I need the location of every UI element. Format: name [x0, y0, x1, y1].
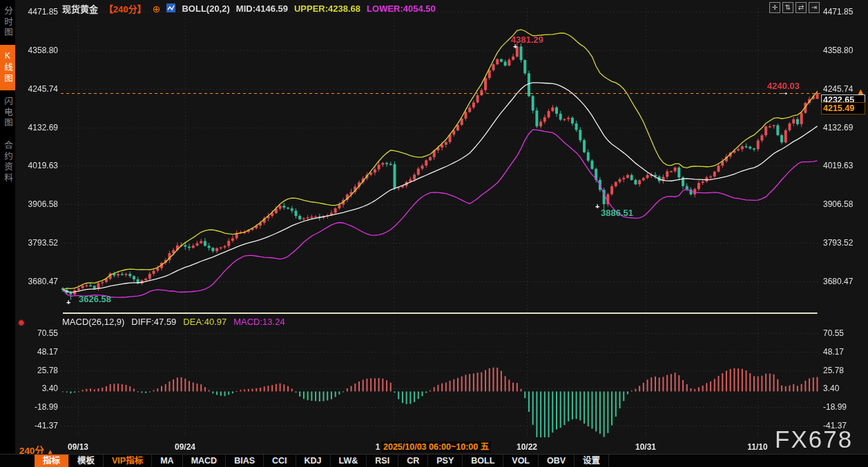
price-tick-label: 3680.47	[823, 277, 865, 286]
chart-legend: 现货黄金 【240分】 ⊕ BOLL(20,2) MID:4146.59 UPP…	[62, 2, 436, 15]
chart-tools: ✛⇅⇄⇥	[769, 2, 820, 13]
price-up-triangle-icon: ▲	[856, 86, 865, 97]
price-tick-label: 4471.85	[823, 7, 865, 17]
high-marker-icon: +	[513, 42, 517, 50]
price-tick-label: 3793.52	[823, 238, 865, 248]
toolbar-item-指标[interactable]: 指标	[35, 455, 69, 467]
macd-title: MACD(26,12,9)	[62, 317, 124, 327]
visible-low-label: 3626.58	[79, 294, 111, 304]
price-tick-label: 4358.80	[17, 46, 58, 55]
sidebar-item-2[interactable]: K线图	[0, 45, 15, 90]
sidebar-item-1[interactable]: 分时图	[0, 0, 15, 45]
price-tick-label: 4132.69	[17, 123, 58, 132]
price-tick-label: 3680.47	[17, 277, 58, 286]
toolbar-item-PSY[interactable]: PSY	[428, 455, 463, 467]
macd-tick-label: 3.40	[17, 384, 58, 393]
macd-tick-label: 48.17	[17, 347, 58, 357]
toolbar-item-KDJ[interactable]: KDJ	[296, 455, 331, 467]
scale-x-icon[interactable]: ⇄	[795, 2, 807, 13]
current-candle-arrow-icon: →	[779, 86, 789, 97]
toolbar-item-MA[interactable]: MA	[152, 455, 182, 467]
low-left-marker-icon: +	[66, 298, 70, 306]
macd-tick-label: 48.17	[823, 347, 865, 357]
macd-tick-label: 25.78	[17, 366, 58, 375]
toolbar-item-MACD[interactable]: MACD	[183, 455, 226, 467]
price-tick-label: 4358.80	[823, 46, 865, 55]
macd-tick-label: 3.40	[823, 384, 865, 393]
macd-tick-label: -18.99	[17, 402, 58, 412]
toolbar-item-RSI[interactable]: RSI	[367, 455, 398, 467]
price-tick-label: 3793.52	[17, 238, 58, 248]
collapse-right-icon[interactable]: ⇥	[809, 2, 820, 13]
macd-tick-label: -18.99	[823, 402, 865, 412]
last-price-tag: 4215.49	[821, 102, 865, 115]
toolbar-item-BOLL[interactable]: BOLL	[463, 455, 503, 467]
period-label: 【240分】	[104, 2, 146, 15]
boll-upper-value: UPPER:4238.68	[294, 3, 360, 14]
macd-diff-value: DIFF:47.59	[131, 317, 176, 327]
toolbar-item-模板[interactable]: 模板	[69, 455, 104, 467]
date-tick-label: 09/13	[68, 442, 88, 452]
boll-label: BOLL(20,2)	[182, 3, 229, 14]
macd-tick-label: 25.78	[823, 366, 865, 375]
date-tick-label: 10/22	[517, 442, 537, 452]
trading-terminal: 分时图K线图闪电图合约资料 现货黄金 【240分】 ⊕ BOLL(20,2) M…	[0, 0, 868, 467]
macd-tick-label: 70.55	[17, 328, 58, 338]
indicator-toolbar: 指标模板VIP指标MAMACDBIASCCIKDJLW&RSICRPSYBOLL…	[0, 454, 868, 467]
chart-canvas[interactable]	[0, 0, 868, 467]
date-tick-label: 09/24	[175, 442, 195, 452]
macd-tick-label: -41.37	[17, 421, 58, 430]
left-sidebar: 分时图K线图闪电图合约资料	[0, 0, 15, 467]
boll-mid-value: MID:4146.59	[236, 3, 288, 14]
sidebar-item-4[interactable]: 合约资料	[0, 135, 15, 190]
boll-lower-value: LOWER:4054.50	[367, 3, 436, 14]
macd-marker-icon[interactable]: ✹	[17, 318, 27, 328]
macd-legend: MACD(26,12,9) DIFF:47.59 DEA:40.97 MACD:…	[62, 317, 285, 327]
toolbar-item-VOL[interactable]: VOL	[503, 455, 539, 467]
toolbar-item-LW&[interactable]: LW&	[331, 455, 367, 467]
macd-tick-label: -41.37	[823, 421, 865, 430]
toolbar-item-CR[interactable]: CR	[398, 455, 428, 467]
low-marker-icon: +	[595, 202, 599, 210]
macd-tick-label: 70.55	[823, 328, 865, 338]
toolbar-item-OBV[interactable]: OBV	[539, 455, 575, 467]
toolbar-item-CCI[interactable]: CCI	[264, 455, 296, 467]
crosshair-date-tooltip: 2025/10/03 06:00~10:00 五	[381, 441, 491, 453]
date-tick-label: 1	[376, 442, 380, 452]
symbol-name: 现货黄金	[62, 2, 98, 15]
price-tick-label: 4471.85	[17, 7, 58, 17]
price-tick-label: 4245.74	[17, 84, 58, 94]
swing-low-label: 3886.51	[601, 208, 633, 218]
scale-y-icon[interactable]: ⇅	[782, 2, 793, 13]
macd-dea-value: DEA:40.97	[183, 317, 226, 327]
add-overlay-icon[interactable]: ⊕	[153, 3, 161, 14]
price-tick-label: 3906.58	[17, 199, 58, 209]
toolbar-item-BIAS[interactable]: BIAS	[226, 455, 264, 467]
price-tick-label: 4019.63	[17, 161, 58, 170]
toolbar-item-VIP指标[interactable]: VIP指标	[104, 455, 152, 467]
price-tick-label: 4019.63	[823, 161, 865, 170]
price-tick-label: 3906.58	[823, 199, 865, 209]
date-tick-label: 11/10	[747, 442, 767, 452]
price-tick-label: 4132.69	[823, 123, 865, 132]
chart-type-icon[interactable]	[166, 3, 175, 14]
macd-macd-value: MACD:13.24	[233, 317, 284, 327]
crosshair-move-icon[interactable]: ✛	[769, 2, 780, 13]
toolbar-item-设置[interactable]: 设置	[575, 455, 609, 467]
date-tick-label: 10/31	[635, 442, 656, 452]
sidebar-item-3[interactable]: 闪电图	[0, 90, 15, 135]
